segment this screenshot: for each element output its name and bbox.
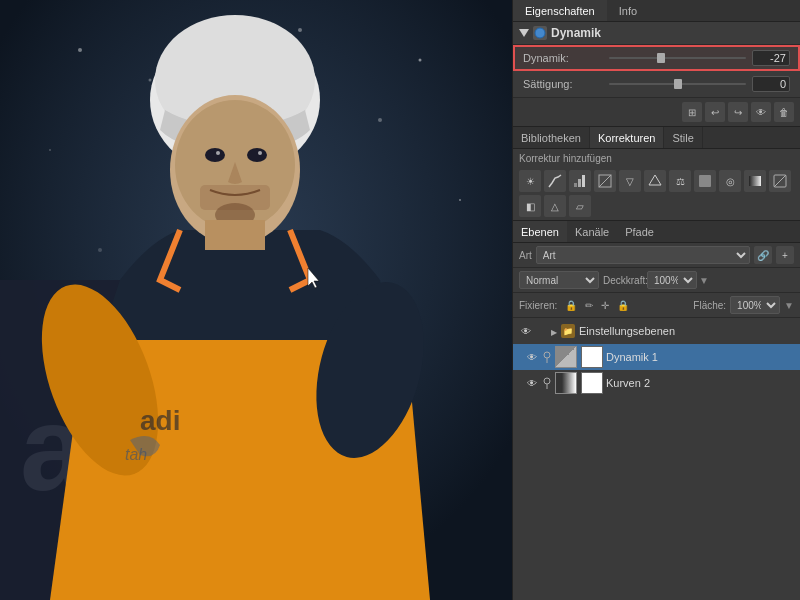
layer-group-einstellungen[interactable]: 👁 📁 Einstellungsebenen (513, 318, 800, 344)
posterize-icon[interactable]: ◧ (519, 195, 541, 217)
dynamik1-eye-icon[interactable]: 👁 (525, 350, 539, 364)
all-fix-icon: 🔒 (617, 300, 629, 311)
layer-kind-row: Art Art 🔗 + (513, 243, 800, 268)
position-fix-icon: ✛ (601, 300, 609, 311)
kurven2-link-icon (542, 376, 552, 390)
dynamik-slider[interactable] (609, 51, 746, 65)
invert-icon[interactable] (769, 170, 791, 192)
folder-icon: 📁 (561, 324, 575, 338)
add-layer-icon[interactable]: + (776, 246, 794, 264)
layer-item-kurven2[interactable]: 👁 Kurven 2 (513, 370, 800, 396)
properties-tabs: Eigenschaften Info (513, 0, 800, 22)
collapse-icon[interactable] (519, 29, 529, 37)
saettigung-value[interactable]: 0 (752, 76, 790, 92)
threshold-icon[interactable]: △ (544, 195, 566, 217)
tab-bibliotheken[interactable]: Bibliotheken (513, 127, 590, 148)
layer-item-dynamik1[interactable]: 👁 Dynamik 1 (513, 344, 800, 370)
svg-rect-37 (749, 176, 761, 186)
blend-opacity-row: Normal Deckkraft: 100% ▼ (513, 268, 800, 293)
blend-mode-select[interactable]: Normal (519, 271, 599, 289)
saettigung-slider[interactable] (609, 77, 746, 91)
corrections-icon-grid: ☀ ▽ ⚖ ◎ (513, 167, 800, 220)
dynamik-thumb[interactable] (657, 53, 665, 63)
fix-fill-row: Fixieren: 🔒 ✏ ✛ 🔒 Fläche: 100% ▼ (513, 293, 800, 318)
dynamik-row: Dynamik: -27 (513, 45, 800, 71)
group-eye-icon[interactable]: 👁 (519, 324, 533, 338)
svg-point-30 (535, 28, 545, 38)
group-link-icon (537, 324, 547, 338)
layer-list: 👁 📁 Einstellungsebenen 👁 Dynamik 1 👁 (513, 318, 800, 600)
svg-rect-36 (699, 175, 711, 187)
svg-point-39 (544, 352, 550, 358)
layer-name-dynamik1: Dynamik 1 (606, 351, 794, 363)
svg-line-35 (599, 175, 611, 187)
history-icon[interactable]: ↩ (705, 102, 725, 122)
brush-fix-icon: ✏ (585, 300, 593, 311)
dynamik-header: Dynamik (513, 22, 800, 45)
group-expand-icon[interactable] (551, 326, 557, 337)
opacity-select[interactable]: 100% (647, 271, 697, 289)
svg-rect-32 (578, 179, 581, 187)
fill-select[interactable]: 100% (730, 296, 780, 314)
layers-tabs: Ebenen Kanäle Pfade (513, 221, 800, 243)
fix-label: Fixieren: (519, 300, 557, 311)
fill-label: Fläche: (693, 300, 726, 311)
svg-point-8 (49, 149, 51, 151)
svg-point-41 (544, 378, 550, 384)
tab-pfade[interactable]: Pfade (617, 221, 662, 242)
lock-icon: 🔒 (565, 300, 577, 311)
kurven2-eye-icon[interactable]: 👁 (525, 376, 539, 390)
gradient-icon[interactable] (744, 170, 766, 192)
properties-toolbar: ⊞ ↩ ↪ 👁 🗑 (513, 97, 800, 126)
blackwhite-icon[interactable]: ⚖ (669, 170, 691, 192)
tab-korrekturen[interactable]: Korrekturen (590, 127, 664, 148)
brightness-icon[interactable]: ☀ (519, 170, 541, 192)
channelmix-icon[interactable]: ◎ (719, 170, 741, 192)
delete-icon[interactable]: 🗑 (774, 102, 794, 122)
svg-point-21 (216, 151, 220, 155)
selectivecolor-icon[interactable]: ▱ (569, 195, 591, 217)
dynamik-panel-title: Dynamik (551, 26, 601, 40)
visibility-icon[interactable]: 👁 (751, 102, 771, 122)
levels-icon[interactable] (569, 170, 591, 192)
kurven2-mask-thumb (555, 372, 577, 394)
grid-icon[interactable]: ⊞ (682, 102, 702, 122)
dynamik1-link-icon (542, 350, 552, 364)
exposure-icon[interactable] (594, 170, 616, 192)
dynamik-label: Dynamik: (523, 52, 603, 64)
tab-stile[interactable]: Stile (664, 127, 702, 148)
link-layers-icon[interactable]: 🔗 (754, 246, 772, 264)
saettigung-label: Sättigung: (523, 78, 603, 90)
kind-label: Art (519, 250, 532, 261)
photofilter-icon[interactable] (694, 170, 716, 192)
kind-select[interactable]: Art (536, 246, 750, 264)
redo-icon[interactable]: ↪ (728, 102, 748, 122)
tab-kanaele[interactable]: Kanäle (567, 221, 617, 242)
athlete-photo: ad (0, 0, 512, 600)
kurven2-thumb (581, 372, 603, 394)
svg-point-4 (78, 48, 82, 52)
dynamik-value[interactable]: -27 (752, 50, 790, 66)
svg-rect-33 (582, 175, 585, 187)
properties-section: Dynamik Dynamik: -27 Sättigung: 0 ⊞ ↩ ↪ (513, 22, 800, 127)
layer-name-kurven2: Kurven 2 (606, 377, 794, 389)
image-canvas: ad (0, 0, 512, 600)
colorbalance-icon[interactable]: ▽ (619, 170, 641, 192)
curves-icon[interactable] (544, 170, 566, 192)
tab-ebenen[interactable]: Ebenen (513, 221, 567, 242)
hsl-icon[interactable] (644, 170, 666, 192)
dynamik1-mask-thumb (555, 346, 577, 368)
adjustment-icon (533, 26, 547, 40)
opacity-arrow: ▼ (699, 275, 709, 286)
opacity-label: Deckkraft: (603, 275, 645, 286)
saettigung-thumb[interactable] (674, 79, 682, 89)
dynamik-track (609, 57, 746, 59)
layers-section: Ebenen Kanäle Pfade Art Art 🔗 + Normal D… (513, 221, 800, 600)
tab-info[interactable]: Info (607, 0, 649, 21)
svg-point-19 (205, 148, 225, 162)
corrections-section: Bibliotheken Korrekturen Stile Korrektur… (513, 127, 800, 221)
tab-eigenschaften[interactable]: Eigenschaften (513, 0, 607, 21)
svg-point-5 (149, 79, 152, 82)
right-panel: Eigenschaften Info Dynamik Dynamik: -27 … (512, 0, 800, 600)
fill-arrow: ▼ (784, 300, 794, 311)
